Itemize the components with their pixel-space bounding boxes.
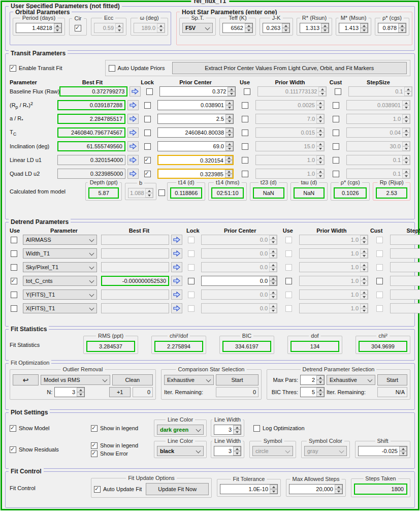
bic-threshold-spinner[interactable]: 5 [300, 387, 325, 397]
model-line-color-dropdown[interactable]: dark green [157, 425, 204, 435]
copy-to-prior-button[interactable] [171, 276, 182, 286]
shift-spinner[interactable]: -0.025 [358, 446, 407, 456]
custom-stepsize-checkbox[interactable] [333, 102, 339, 109]
max-pars-spinner[interactable]: 2 [300, 375, 325, 385]
copy-to-prior-button[interactable] [127, 100, 139, 110]
log-optimization-checkbox[interactable] [253, 425, 260, 432]
spinner-buttons[interactable] [225, 128, 233, 137]
spinner-buttons[interactable] [225, 142, 233, 151]
spinner-buttons[interactable] [225, 101, 233, 110]
custom-stepsize-checkbox[interactable] [333, 116, 339, 122]
spinner-buttons[interactable] [335, 485, 342, 494]
spinner-buttons[interactable] [270, 485, 277, 494]
prior-center-spinner[interactable]: 0.038901 [157, 100, 234, 110]
prior-center-spinner[interactable]: 0.320154 [157, 155, 234, 165]
b-lock-checkbox[interactable] [158, 189, 165, 196]
copy-to-prior-button[interactable] [171, 303, 182, 313]
prior-center-spinner[interactable]: 0.323985 [157, 169, 234, 179]
comp-star-start-button[interactable]: Start [216, 374, 259, 385]
fit-tolerance-spinner[interactable]: 1.0E-10 [220, 484, 278, 494]
custom-stepsize-checkbox[interactable] [333, 130, 339, 136]
lock-checkbox[interactable] [144, 102, 151, 109]
spinner-buttons[interactable] [225, 170, 233, 178]
spinner-buttons[interactable] [225, 156, 233, 164]
outlier-method-dropdown[interactable]: Model vs RMS [41, 375, 110, 385]
use-prior-checkbox[interactable] [242, 171, 248, 177]
use-detrend-checkbox[interactable] [11, 292, 17, 298]
enable-transit-fit-checkbox[interactable] [10, 65, 16, 72]
lock-checkbox[interactable] [188, 278, 195, 284]
spinner-buttons[interactable] [321, 23, 329, 33]
max-steps-spinner[interactable]: 20,000 [289, 484, 343, 494]
copy-to-prior-button[interactable] [127, 155, 139, 165]
auto-update-priors-checkbox[interactable] [109, 65, 115, 72]
spinner-buttons[interactable] [316, 388, 324, 397]
copy-to-prior-button[interactable] [171, 289, 182, 300]
spinner-buttons[interactable] [228, 87, 235, 96]
lock-checkbox[interactable] [144, 157, 151, 164]
circular-orbit-checkbox[interactable] [75, 25, 81, 31]
use-detrend-checkbox[interactable] [11, 305, 17, 312]
use-detrend-checkbox[interactable] [11, 264, 17, 271]
prior-center-spinner[interactable]: 2460840.80038 [157, 127, 234, 138]
custom-stepsize-checkbox[interactable] [335, 88, 341, 95]
copy-to-prior-button[interactable] [127, 141, 139, 151]
spinner-buttons[interactable] [316, 375, 324, 384]
copy-to-prior-button[interactable] [130, 86, 141, 96]
use-detrend-checkbox[interactable] [11, 250, 17, 257]
lock-checkbox[interactable] [144, 171, 151, 177]
detrend-method-dropdown[interactable]: Exhaustive [327, 375, 375, 385]
use-prior-checkbox[interactable] [242, 143, 248, 150]
outlier-n-spinner[interactable]: 3 [54, 387, 85, 397]
use-detrend-checkbox[interactable] [11, 278, 17, 284]
spinner-buttons[interactable] [233, 446, 241, 456]
copy-to-prior-button[interactable] [127, 169, 139, 179]
use-prior-checkbox[interactable] [285, 278, 292, 284]
spectral-type-dropdown[interactable]: F5V [182, 23, 213, 33]
residuals-show-in-legend-checkbox[interactable] [91, 442, 98, 449]
show-residuals-checkbox[interactable] [10, 446, 16, 453]
detrend-parameter-dropdown[interactable]: tot_C_cnts [23, 276, 97, 286]
copy-to-prior-button[interactable] [127, 127, 139, 138]
comp-star-method-dropdown[interactable]: Exhaustive [164, 375, 214, 385]
prior-center-spinner[interactable]: 2.5 [157, 114, 234, 124]
show-model-checkbox[interactable] [10, 425, 16, 432]
use-prior-checkbox[interactable] [242, 157, 248, 164]
rstar-spinner[interactable]: 1.313 [300, 23, 329, 33]
custom-stepsize-checkbox[interactable] [333, 171, 339, 177]
spinner-buttons[interactable] [360, 23, 368, 33]
use-prior-checkbox[interactable] [242, 102, 248, 109]
lock-checkbox[interactable] [144, 116, 151, 122]
detrend-start-button[interactable]: Start [377, 374, 407, 385]
spinner-buttons[interactable] [269, 276, 277, 285]
spinner-buttons[interactable] [245, 23, 252, 33]
copy-to-prior-button[interactable] [171, 235, 182, 245]
residuals-line-width-spinner[interactable]: 3 [214, 446, 241, 456]
update-fit-now-button[interactable]: Update Fit Now [146, 483, 209, 495]
detrend-parameter-dropdown[interactable]: X(FITS)_T1 [23, 303, 97, 313]
prior-center-spinner[interactable]: 69.0 [157, 141, 234, 151]
spinner-buttons[interactable] [282, 23, 289, 33]
detrend-parameter-dropdown[interactable]: Sky/Pixel_T1 [23, 262, 97, 272]
spinner-buttons[interactable] [54, 23, 61, 33]
prior-center-spinner[interactable]: 0.0 [201, 276, 277, 286]
use-detrend-checkbox[interactable] [11, 237, 17, 243]
residuals-line-color-dropdown[interactable]: black [157, 446, 204, 456]
lock-checkbox[interactable] [146, 88, 153, 95]
lock-checkbox[interactable] [144, 130, 151, 136]
extract-prior-center-button[interactable]: Extract Prior Center Values From Light C… [172, 62, 407, 74]
plus-one-button[interactable]: +1 [109, 387, 131, 397]
model-show-in-legend-checkbox[interactable] [91, 425, 98, 432]
copy-to-prior-button[interactable] [171, 248, 182, 259]
lock-checkbox[interactable] [144, 143, 151, 150]
prior-center-spinner[interactable]: 0.372 [159, 86, 236, 96]
jk-spinner[interactable]: 0.263 [263, 23, 290, 33]
copy-to-prior-button[interactable] [171, 262, 182, 272]
custom-stepsize-checkbox[interactable] [333, 157, 339, 164]
teff-spinner[interactable]: 6562 [222, 23, 253, 33]
detrend-parameter-dropdown[interactable]: Y(FITS)_T1 [23, 289, 97, 300]
use-prior-checkbox[interactable] [244, 88, 250, 95]
undo-clean-button[interactable]: ↩ [13, 374, 39, 385]
mstar-spinner[interactable]: 1.413 [339, 23, 368, 33]
custom-stepsize-checkbox[interactable] [333, 143, 339, 150]
